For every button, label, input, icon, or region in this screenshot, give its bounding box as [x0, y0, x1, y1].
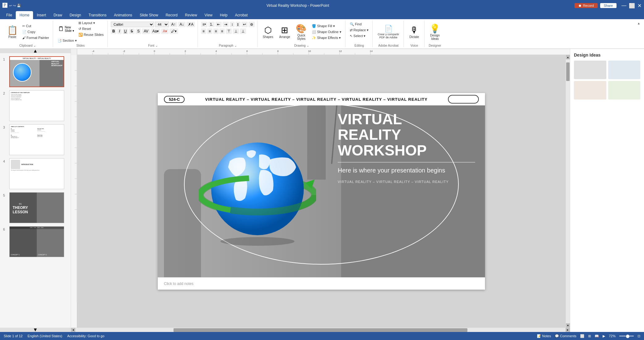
shape-outline-button[interactable]: ⬜ Shape Outline ▾	[311, 29, 343, 35]
vertical-scrollbar[interactable]: ▲ ▼	[566, 55, 570, 328]
align-bottom-button[interactable]: ⊥	[240, 28, 246, 34]
smart-art-button[interactable]: ⊚	[249, 22, 255, 27]
record-button[interactable]: ⏺ Record	[575, 3, 597, 8]
notes-btn[interactable]: 📝 Notes	[537, 334, 551, 338]
design-idea-2[interactable]	[608, 61, 641, 79]
slide-thumbnail-5[interactable]: 01THEORYLESSON You can add a slidehere i…	[9, 192, 64, 223]
fit-window-btn[interactable]: ⊡	[638, 334, 640, 338]
design-idea-1[interactable]	[574, 61, 606, 79]
quick-styles-button[interactable]: 🎨 QuickStyles	[294, 22, 309, 42]
slide-main[interactable]: 524-C VIRTUAL REALITY – VIRTUAL REALITY …	[158, 93, 485, 277]
font-case-button[interactable]: Aa▾	[151, 28, 161, 34]
section-button[interactable]: 📑 Section ▾	[56, 38, 78, 43]
copy-button[interactable]: 📄 Copy	[21, 29, 50, 35]
underline-button[interactable]: U	[123, 28, 128, 34]
columns-button[interactable]: ⫿	[236, 22, 240, 27]
align-middle-button[interactable]: ⊥	[233, 28, 239, 34]
slide-thumb-4[interactable]: 4 INTRODUCTION You can give a brief desc…	[2, 158, 68, 190]
reuse-slides-button[interactable]: 🔁 Reuse Slides	[77, 32, 105, 37]
comments-btn[interactable]: 💬 Comments	[555, 334, 576, 338]
notes-area[interactable]: Click to add notes	[158, 277, 485, 290]
slide-thumbnail-1[interactable]: VIRTUAL REALITY – VIRTUAL REALITY VIRTUA…	[9, 56, 64, 87]
select-button[interactable]: ↖ Select ▾	[349, 33, 367, 39]
slide-thumbnail-2[interactable]: CONTENTS OF THIS TEMPLATE • Item one of …	[9, 90, 64, 121]
design-idea-4[interactable]	[608, 81, 641, 100]
view-reading-btn[interactable]: 📖	[595, 334, 599, 338]
replace-button[interactable]: ⇄ Replace ▾	[349, 28, 370, 33]
slide-thumbnail-3[interactable]: TABLE OF CONTENTS 01THEORYLESSONText of …	[9, 124, 64, 155]
font-size-select[interactable]: 44	[155, 22, 169, 27]
close-button[interactable]: ✕	[638, 3, 642, 9]
strikethrough-button[interactable]: S̶	[129, 28, 135, 34]
share-button[interactable]: Share	[600, 3, 617, 8]
bold-button[interactable]: B	[111, 28, 117, 34]
font-color-button[interactable]: A▾	[161, 28, 169, 34]
scroll-track-v[interactable]	[566, 59, 570, 323]
horizontal-scrollbar[interactable]: ◄ ►	[71, 328, 570, 332]
scroll-thumb-v[interactable]	[566, 62, 570, 81]
justify-button[interactable]: ≡	[220, 28, 225, 34]
cut-button[interactable]: ✂ Cut	[21, 23, 50, 29]
slide-thumb-3[interactable]: 3 TABLE OF CONTENTS 01THEORYLESSONText o…	[2, 124, 68, 156]
find-button[interactable]: 🔍 Find	[349, 22, 363, 27]
create-pdf-button[interactable]: 📄 Crear y compartirPDF de Adobe	[376, 23, 401, 40]
tab-home[interactable]: Home	[16, 11, 33, 19]
layout-button[interactable]: ⊞ Layout ▾	[77, 20, 105, 26]
tab-review[interactable]: Review	[181, 11, 201, 19]
numbering-button[interactable]: 1.	[208, 22, 215, 27]
view-normal-btn[interactable]: ⬜	[580, 334, 584, 338]
scroll-track-h[interactable]	[75, 328, 566, 332]
slide-editor[interactable]: 524-C VIRTUAL REALITY – VIRTUAL REALITY …	[77, 55, 566, 328]
shape-fill-button[interactable]: 🪣 Shape Fill ▾	[311, 23, 343, 29]
slide-thumb-6[interactable]: 6 CONCEPT 1 CONCEPT 2 TOPIC - TOPIC - TO…	[2, 226, 68, 258]
shape-effects-button[interactable]: ✨ Shape Effects ▾	[311, 35, 343, 40]
view-present-btn[interactable]: ▶	[603, 334, 605, 338]
arrange-button[interactable]: ⊞ Arrange	[277, 24, 292, 40]
dictate-button[interactable]: 🎙 Dictate	[407, 24, 422, 40]
italic-button[interactable]: I	[117, 28, 121, 34]
increase-indent-button[interactable]: ⇥	[223, 22, 229, 27]
line-spacing-button[interactable]: ↕	[230, 22, 235, 27]
scroll-up-btn[interactable]: ▲	[566, 55, 570, 59]
tab-help[interactable]: Help	[216, 11, 231, 19]
decrease-font-button[interactable]: A↓	[178, 22, 186, 27]
tab-draw[interactable]: Draw	[50, 11, 66, 19]
tab-view[interactable]: View	[201, 11, 216, 19]
slide-thumbnail-6[interactable]: CONCEPT 1 CONCEPT 2 TOPIC - TOPIC - TOPI…	[9, 226, 64, 257]
highlight-button[interactable]: 🖊▾	[169, 28, 178, 34]
align-top-button[interactable]: ⊤	[226, 28, 232, 34]
slide-thumb-1[interactable]: 1 VIRTUAL REALITY – VIRTUAL REALITY VIRT…	[2, 56, 68, 88]
collapse-ribbon-button[interactable]: ▲	[636, 20, 642, 47]
slide-panel-scroll-down[interactable]: ▼	[0, 328, 71, 332]
scroll-thumb-h[interactable]	[174, 328, 468, 332]
design-idea-3[interactable]	[574, 81, 606, 100]
scroll-left-btn[interactable]: ◄	[71, 328, 75, 332]
shapes-button[interactable]: ⬡ Shapes	[261, 24, 275, 40]
align-right-button[interactable]: ≡	[213, 28, 219, 34]
tab-file[interactable]: File	[2, 11, 16, 19]
format-painter-button[interactable]: 🖌 Format Painter	[21, 35, 50, 40]
shadow-button[interactable]: S	[136, 28, 141, 34]
tab-insert[interactable]: Insert	[33, 11, 50, 19]
tab-record[interactable]: Record	[162, 11, 181, 19]
slide-panel-scroll-up[interactable]: ▲	[0, 49, 71, 53]
tab-slideshow[interactable]: Slide Show	[136, 11, 162, 19]
minimize-button[interactable]: —	[621, 3, 626, 8]
increase-font-button[interactable]: A↑	[170, 22, 177, 27]
zoom-slider[interactable]: ━━━⬤━━	[619, 334, 634, 338]
slide-thumb-5[interactable]: 5 01THEORYLESSON You can add a slidehere…	[2, 192, 68, 224]
tab-animations[interactable]: Animations	[110, 11, 136, 19]
paste-button[interactable]: 📋 Paste	[5, 24, 20, 40]
quick-access[interactable]: ↩ ↪ 💾	[9, 4, 21, 8]
clear-format-button[interactable]: ✗A	[186, 22, 195, 27]
text-direction-button[interactable]: ↩	[241, 22, 248, 27]
new-slide-button[interactable]: 🗒 New Slide ▾	[56, 24, 76, 34]
decrease-indent-button[interactable]: ⇤	[215, 22, 222, 27]
tab-transitions[interactable]: Transitions	[85, 11, 110, 19]
scroll-right-btn[interactable]: ►	[566, 328, 570, 332]
tab-design[interactable]: Design	[66, 11, 85, 19]
align-left-button[interactable]: ≡	[201, 28, 206, 34]
reset-button[interactable]: ↺ Reset	[77, 26, 105, 32]
slide-thumb-2[interactable]: 2 CONTENTS OF THIS TEMPLATE • Item one o…	[2, 90, 68, 122]
font-family-select[interactable]: Calibri	[111, 22, 154, 27]
